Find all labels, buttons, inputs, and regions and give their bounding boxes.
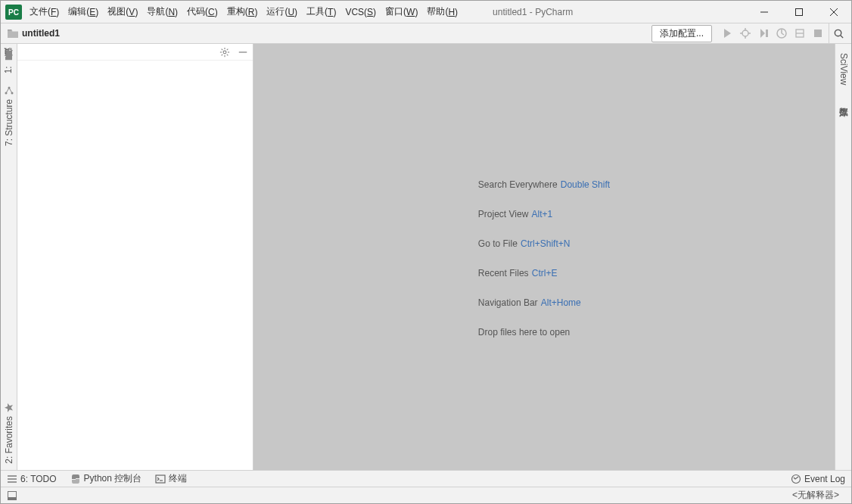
right-tool-stripe: SciView 数据库 — [835, 44, 851, 470]
hint-shortcut: Ctrl+Shift+N — [521, 238, 570, 249]
hint-label: Navigation Bar — [478, 297, 538, 308]
menu-bar: 文件(F)编辑(E)视图(V)导航(N)代码(C)重构(R)运行(U)工具(T)… — [25, 1, 462, 23]
attach-icon[interactable] — [794, 27, 806, 39]
menu-item-5[interactable]: 重构(R) — [222, 1, 263, 23]
svg-line-17 — [841, 35, 843, 37]
gear-icon[interactable] — [219, 47, 230, 58]
project-tool-label: 1: 项目 — [2, 64, 15, 73]
hide-panel-icon[interactable] — [238, 47, 248, 58]
app-window: PC 文件(F)编辑(E)视图(V)导航(N)代码(C)重构(R)运行(U)工具… — [0, 0, 852, 504]
close-button[interactable] — [816, 1, 851, 23]
tool-window-python-console[interactable]: Python 控制台 — [70, 472, 142, 485]
structure-tool-label: 7: Structure — [4, 99, 14, 146]
window-controls — [747, 1, 851, 23]
hint-label: Recent Files — [478, 268, 529, 278]
event-log-label: Event Log — [804, 474, 845, 484]
menu-item-6[interactable]: 运行(U) — [262, 1, 302, 23]
menu-item-10[interactable]: 帮助(H) — [422, 1, 462, 23]
app-icon: PC — [5, 5, 22, 20]
project-tool-icon — [4, 50, 14, 61]
hint-label: Project View — [478, 209, 528, 219]
svg-line-29 — [222, 54, 223, 55]
editor-hint-1: Project View Alt+1 — [478, 207, 610, 219]
svg-point-21 — [223, 51, 226, 54]
tool-window-database[interactable]: 数据库 — [835, 91, 851, 106]
svg-rect-39 — [156, 475, 165, 483]
menu-item-2[interactable]: 视图(V) — [103, 1, 142, 23]
terminal-icon — [155, 474, 166, 484]
favorites-tool-label: 2: Favorites — [4, 416, 14, 464]
todo-label: 6: TODO — [20, 474, 57, 484]
svg-rect-15 — [814, 30, 822, 37]
python-icon — [70, 474, 81, 484]
menu-item-0[interactable]: 文件(F) — [25, 1, 64, 23]
search-everywhere-button[interactable] — [829, 23, 848, 43]
hint-shortcut: Alt+Home — [541, 297, 581, 308]
tool-window-sciview[interactable]: SciView — [837, 44, 850, 91]
profile-icon[interactable] — [776, 27, 788, 39]
svg-line-28 — [227, 48, 229, 50]
hint-shortcut: Alt+1 — [532, 209, 553, 219]
maximize-button[interactable] — [782, 1, 816, 23]
hint-shortcut: Ctrl+E — [532, 268, 558, 278]
svg-line-27 — [227, 54, 229, 55]
svg-point-16 — [835, 30, 841, 36]
status-bar: <无解释器> — [1, 487, 851, 503]
menu-item-8[interactable]: VCS(S) — [340, 1, 381, 23]
navigation-bar: untitled1 添加配置... — [1, 23, 851, 44]
project-panel-header — [17, 44, 253, 61]
hint-shortcut: Double Shift — [561, 179, 610, 190]
menu-item-7[interactable]: 工具(T) — [302, 1, 340, 23]
hint-label: Go to File — [478, 238, 518, 249]
svg-rect-1 — [796, 9, 803, 16]
menu-item-4[interactable]: 代码(C) — [182, 1, 222, 23]
menu-item-3[interactable]: 导航(N) — [142, 1, 182, 23]
editor-hint-4: Navigation Bar Alt+Home — [478, 295, 610, 308]
tool-window-structure[interactable]: 7: Structure — [2, 79, 16, 152]
folder-icon — [7, 28, 19, 39]
hint-label: Search Everywhere — [478, 179, 558, 190]
status-toggle-icon[interactable] — [7, 490, 17, 501]
todo-icon — [7, 474, 17, 484]
tool-window-project[interactable]: 1: 项目 — [1, 44, 17, 79]
shortcut-hints: Search Everywhere Double ShiftProject Vi… — [478, 177, 610, 338]
editor-empty-state: Search Everywhere Double ShiftProject Vi… — [253, 44, 835, 470]
window-title: untitled1 - PyCharm — [462, 1, 747, 23]
bottom-tool-stripe: 6: TODO Python 控制台 终端 Event Log — [1, 470, 851, 487]
editor-hint-3: Recent Files Ctrl+E — [478, 266, 610, 278]
titlebar: PC 文件(F)编辑(E)视图(V)导航(N)代码(C)重构(R)运行(U)工具… — [1, 1, 851, 23]
tool-window-event-log[interactable]: Event Log — [791, 474, 845, 484]
svg-rect-9 — [766, 30, 768, 37]
menu-item-1[interactable]: 编辑(E) — [64, 1, 103, 23]
hint-label: Drop files here to open — [478, 327, 570, 338]
run-with-coverage-icon[interactable] — [757, 27, 770, 39]
project-panel — [17, 44, 253, 470]
structure-tool-icon — [4, 86, 14, 96]
svg-rect-43 — [8, 497, 17, 500]
minimize-button[interactable] — [747, 1, 782, 23]
debug-icon[interactable] — [739, 27, 751, 39]
svg-point-4 — [742, 30, 748, 36]
breadcrumb-project[interactable]: untitled1 — [22, 28, 60, 39]
python-console-label: Python 控制台 — [84, 472, 142, 485]
star-icon — [4, 403, 14, 413]
left-tool-stripe: 1: 项目 7: Structure 2: Favorites — [1, 44, 17, 470]
editor-hint-5: Drop files here to open — [478, 325, 610, 338]
stop-icon[interactable] — [812, 27, 824, 39]
svg-line-26 — [222, 48, 223, 50]
run-icon[interactable] — [721, 27, 733, 39]
editor-hint-2: Go to File Ctrl+Shift+N — [478, 236, 610, 249]
main-body: 1: 项目 7: Structure 2: Favorites — [1, 44, 851, 470]
svg-line-12 — [782, 33, 784, 35]
menu-item-9[interactable]: 窗口(W) — [381, 1, 422, 23]
event-log-icon — [791, 474, 801, 484]
tool-window-favorites[interactable]: 2: Favorites — [2, 397, 16, 470]
tool-window-terminal[interactable]: 终端 — [155, 472, 187, 485]
interpreter-status[interactable]: <无解释器> — [786, 489, 845, 502]
tool-window-todo[interactable]: 6: TODO — [7, 474, 57, 484]
sciview-label: SciView — [838, 53, 849, 85]
run-toolbar — [717, 27, 829, 39]
add-configuration-button[interactable]: 添加配置... — [651, 25, 712, 42]
terminal-label: 终端 — [169, 472, 187, 485]
editor-hint-0: Search Everywhere Double Shift — [478, 177, 610, 190]
